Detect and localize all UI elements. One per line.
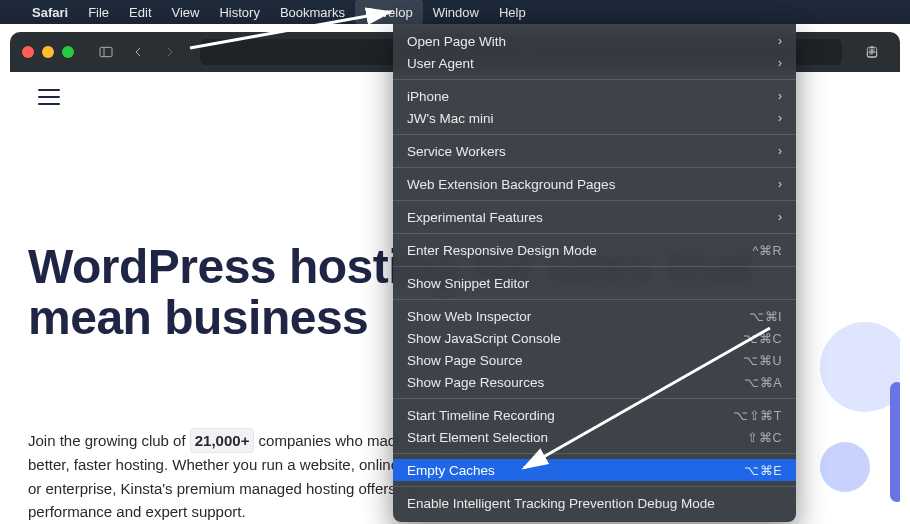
- menu-item-shortcut: ⌥⌘I: [749, 309, 782, 324]
- menu-item-enter-responsive-design-mode[interactable]: Enter Responsive Design Mode^⌘R: [393, 239, 796, 261]
- menubar-item-view[interactable]: View: [162, 0, 210, 24]
- menu-item-label: JW's Mac mini: [407, 111, 494, 126]
- window-controls: [22, 46, 74, 58]
- menu-item-open-page-with[interactable]: Open Page With›: [393, 30, 796, 52]
- menu-item-show-snippet-editor[interactable]: Show Snippet Editor: [393, 272, 796, 294]
- menu-item-label: iPhone: [407, 89, 449, 104]
- menu-item-shortcut: ⇧⌘C: [747, 430, 782, 445]
- menu-item-label: Start Timeline Recording: [407, 408, 555, 423]
- chevron-right-icon: ›: [778, 111, 782, 125]
- menu-item-start-element-selection[interactable]: Start Element Selection⇧⌘C: [393, 426, 796, 448]
- menubar-item-develop[interactable]: Develop: [355, 0, 423, 24]
- develop-menu-dropdown: Open Page With›User Agent›iPhone›JW's Ma…: [393, 24, 796, 522]
- chevron-right-icon: ›: [778, 89, 782, 103]
- menu-item-label: Enable Intelligent Tracking Prevention D…: [407, 496, 715, 511]
- zoom-window-button[interactable]: [62, 46, 74, 58]
- menu-item-label: Start Element Selection: [407, 430, 548, 445]
- menu-item-label: Show Web Inspector: [407, 309, 531, 324]
- hero-illustration: [790, 322, 900, 524]
- chevron-right-icon: ›: [778, 210, 782, 224]
- menu-item-label: Show Page Resources: [407, 375, 544, 390]
- close-window-button[interactable]: [22, 46, 34, 58]
- menu-item-label: Open Page With: [407, 34, 506, 49]
- menu-item-label: User Agent: [407, 56, 474, 71]
- share-button[interactable]: [862, 42, 882, 62]
- chevron-right-icon: ›: [778, 56, 782, 70]
- menubar-item-bookmarks[interactable]: Bookmarks: [270, 0, 355, 24]
- menu-item-experimental-features[interactable]: Experimental Features›: [393, 206, 796, 228]
- menu-item-label: Experimental Features: [407, 210, 543, 225]
- menu-item-shortcut: ⌥⌘A: [744, 375, 782, 390]
- menu-item-show-javascript-console[interactable]: Show JavaScript Console⌥⌘C: [393, 327, 796, 349]
- menu-item-label: Empty Caches: [407, 463, 495, 478]
- macos-menubar: SafariFileEditViewHistoryBookmarksDevelo…: [0, 0, 910, 24]
- menu-item-shortcut: ⌥⌘U: [743, 353, 782, 368]
- menu-item-user-agent[interactable]: User Agent›: [393, 52, 796, 74]
- menubar-item-edit[interactable]: Edit: [119, 0, 161, 24]
- svg-rect-0: [100, 47, 112, 56]
- chevron-right-icon: ›: [778, 34, 782, 48]
- minimize-window-button[interactable]: [42, 46, 54, 58]
- back-button[interactable]: [128, 42, 148, 62]
- menu-item-web-extension-background-pages[interactable]: Web Extension Background Pages›: [393, 173, 796, 195]
- menu-item-label: Service Workers: [407, 144, 506, 159]
- menu-item-show-page-resources[interactable]: Show Page Resources⌥⌘A: [393, 371, 796, 393]
- menu-item-iphone[interactable]: iPhone›: [393, 85, 796, 107]
- menu-item-shortcut: ^⌘R: [753, 243, 782, 258]
- menubar-item-file[interactable]: File: [78, 0, 119, 24]
- menu-item-label: Show JavaScript Console: [407, 331, 561, 346]
- menubar-item-help[interactable]: Help: [489, 0, 536, 24]
- menubar-item-history[interactable]: History: [209, 0, 269, 24]
- menu-item-jw-s-mac-mini[interactable]: JW's Mac mini›: [393, 107, 796, 129]
- menu-item-shortcut: ⌥⇧⌘T: [733, 408, 782, 423]
- menu-item-empty-caches[interactable]: Empty Caches⌥⌘E: [393, 459, 796, 481]
- menu-item-show-web-inspector[interactable]: Show Web Inspector⌥⌘I: [393, 305, 796, 327]
- menu-item-label: Web Extension Background Pages: [407, 177, 615, 192]
- chevron-right-icon: ›: [778, 177, 782, 191]
- menubar-item-window[interactable]: Window: [423, 0, 489, 24]
- site-nav-hamburger[interactable]: [38, 84, 60, 110]
- menu-item-label: Enter Responsive Design Mode: [407, 243, 597, 258]
- chevron-right-icon: ›: [778, 144, 782, 158]
- stat-badge: 21,000+: [190, 428, 255, 453]
- menu-item-start-timeline-recording[interactable]: Start Timeline Recording⌥⇧⌘T: [393, 404, 796, 426]
- menubar-items: SafariFileEditViewHistoryBookmarksDevelo…: [22, 0, 536, 24]
- menu-item-label: Show Snippet Editor: [407, 276, 529, 291]
- menubar-item-safari[interactable]: Safari: [22, 0, 78, 24]
- menu-item-service-workers[interactable]: Service Workers›: [393, 140, 796, 162]
- menu-item-shortcut: ⌥⌘E: [744, 463, 782, 478]
- menu-item-label: Show Page Source: [407, 353, 523, 368]
- sidebar-toggle-icon[interactable]: [96, 42, 116, 62]
- menu-item-enable-intelligent-tracking-prevention-debug-mode[interactable]: Enable Intelligent Tracking Prevention D…: [393, 492, 796, 514]
- subtext-pre: Join the growing club of: [28, 432, 190, 449]
- menu-item-shortcut: ⌥⌘C: [743, 331, 782, 346]
- forward-button[interactable]: [160, 42, 180, 62]
- menu-item-show-page-source[interactable]: Show Page Source⌥⌘U: [393, 349, 796, 371]
